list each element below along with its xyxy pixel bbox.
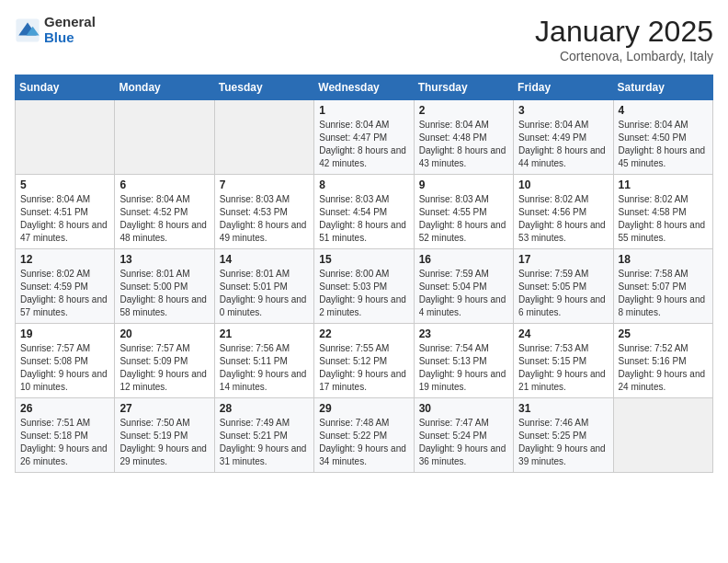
- calendar-day-cell: 13Sunrise: 8:01 AM Sunset: 5:00 PM Dayli…: [115, 249, 214, 324]
- calendar-day-cell: 4Sunrise: 8:04 AM Sunset: 4:50 PM Daylig…: [613, 100, 712, 175]
- day-info: Sunrise: 8:02 AM Sunset: 4:58 PM Dayligh…: [619, 193, 708, 245]
- calendar-day-cell: 15Sunrise: 8:00 AM Sunset: 5:03 PM Dayli…: [314, 249, 414, 324]
- logo-blue-text: Blue: [44, 30, 96, 46]
- calendar-day-cell: 2Sunrise: 8:04 AM Sunset: 4:48 PM Daylig…: [414, 100, 513, 175]
- day-number: 14: [220, 253, 309, 266]
- logo-icon: [15, 17, 40, 43]
- logo-general-text: General: [44, 15, 96, 30]
- calendar-day-cell: 7Sunrise: 8:03 AM Sunset: 4:53 PM Daylig…: [214, 175, 313, 249]
- day-info: Sunrise: 7:54 AM Sunset: 5:13 PM Dayligh…: [419, 342, 508, 394]
- calendar-header: SundayMondayTuesdayWednesdayThursdayFrid…: [16, 75, 713, 100]
- day-number: 17: [518, 253, 608, 266]
- day-number: 13: [119, 253, 209, 266]
- calendar-week-row: 1Sunrise: 8:04 AM Sunset: 4:47 PM Daylig…: [16, 100, 713, 175]
- calendar-day-cell: 14Sunrise: 8:01 AM Sunset: 5:01 PM Dayli…: [214, 249, 313, 324]
- day-info: Sunrise: 8:01 AM Sunset: 5:01 PM Dayligh…: [220, 268, 309, 319]
- day-number: 5: [20, 178, 109, 191]
- day-info: Sunrise: 8:02 AM Sunset: 4:59 PM Dayligh…: [20, 268, 109, 319]
- calendar-day-cell: 20Sunrise: 7:57 AM Sunset: 5:09 PM Dayli…: [115, 324, 214, 398]
- calendar-day-cell: 3Sunrise: 8:04 AM Sunset: 4:49 PM Daylig…: [514, 100, 613, 175]
- day-info: Sunrise: 7:50 AM Sunset: 5:19 PM Dayligh…: [119, 417, 209, 468]
- day-number: 10: [518, 178, 608, 191]
- calendar-day-cell: 11Sunrise: 8:02 AM Sunset: 4:58 PM Dayli…: [613, 175, 712, 249]
- day-number: 7: [220, 178, 309, 191]
- day-number: 12: [20, 253, 109, 266]
- day-info: Sunrise: 7:57 AM Sunset: 5:08 PM Dayligh…: [20, 342, 109, 394]
- month-title: January 2025: [535, 15, 713, 49]
- day-number: 24: [518, 327, 608, 340]
- calendar-day-cell: 23Sunrise: 7:54 AM Sunset: 5:13 PM Dayli…: [414, 324, 513, 398]
- day-info: Sunrise: 8:04 AM Sunset: 4:51 PM Dayligh…: [20, 193, 109, 245]
- day-info: Sunrise: 8:01 AM Sunset: 5:00 PM Dayligh…: [119, 268, 209, 319]
- day-number: 15: [319, 253, 408, 266]
- calendar-day-cell: 9Sunrise: 8:03 AM Sunset: 4:55 PM Daylig…: [414, 175, 513, 249]
- weekday-header: Thursday: [414, 75, 513, 100]
- day-info: Sunrise: 7:58 AM Sunset: 5:07 PM Dayligh…: [619, 268, 708, 319]
- day-info: Sunrise: 7:51 AM Sunset: 5:18 PM Dayligh…: [20, 417, 109, 468]
- day-info: Sunrise: 8:04 AM Sunset: 4:48 PM Dayligh…: [419, 119, 508, 170]
- weekday-header: Wednesday: [314, 75, 414, 100]
- weekday-header: Friday: [514, 75, 613, 100]
- calendar-day-cell: 8Sunrise: 8:03 AM Sunset: 4:54 PM Daylig…: [314, 175, 414, 249]
- page-header: General Blue January 2025 Cortenova, Lom…: [15, 15, 713, 63]
- calendar-body: 1Sunrise: 8:04 AM Sunset: 4:47 PM Daylig…: [16, 100, 713, 473]
- day-number: 4: [619, 104, 708, 117]
- calendar-day-cell: [115, 100, 214, 175]
- day-info: Sunrise: 8:03 AM Sunset: 4:55 PM Dayligh…: [419, 193, 508, 245]
- day-number: 8: [319, 178, 408, 191]
- day-number: 29: [319, 402, 408, 415]
- day-number: 26: [20, 402, 109, 415]
- calendar-day-cell: 6Sunrise: 8:04 AM Sunset: 4:52 PM Daylig…: [115, 175, 214, 249]
- calendar-day-cell: [214, 100, 313, 175]
- calendar-week-row: 12Sunrise: 8:02 AM Sunset: 4:59 PM Dayli…: [16, 249, 713, 324]
- day-number: 9: [419, 178, 508, 191]
- day-info: Sunrise: 8:03 AM Sunset: 4:53 PM Dayligh…: [220, 193, 309, 245]
- day-info: Sunrise: 7:56 AM Sunset: 5:11 PM Dayligh…: [220, 342, 309, 394]
- calendar-day-cell: 5Sunrise: 8:04 AM Sunset: 4:51 PM Daylig…: [16, 175, 115, 249]
- calendar-day-cell: 17Sunrise: 7:59 AM Sunset: 5:05 PM Dayli…: [514, 249, 613, 324]
- title-block: January 2025 Cortenova, Lombardy, Italy: [535, 15, 713, 63]
- day-info: Sunrise: 7:49 AM Sunset: 5:21 PM Dayligh…: [220, 417, 309, 468]
- calendar-table: SundayMondayTuesdayWednesdayThursdayFrid…: [15, 75, 713, 473]
- day-number: 19: [20, 327, 109, 340]
- calendar-day-cell: 22Sunrise: 7:55 AM Sunset: 5:12 PM Dayli…: [314, 324, 414, 398]
- day-info: Sunrise: 7:55 AM Sunset: 5:12 PM Dayligh…: [319, 342, 408, 394]
- day-info: Sunrise: 8:04 AM Sunset: 4:49 PM Dayligh…: [518, 119, 608, 170]
- day-info: Sunrise: 8:03 AM Sunset: 4:54 PM Dayligh…: [319, 193, 408, 245]
- calendar-day-cell: 31Sunrise: 7:46 AM Sunset: 5:25 PM Dayli…: [514, 398, 613, 473]
- day-number: 3: [518, 104, 608, 117]
- day-info: Sunrise: 8:04 AM Sunset: 4:52 PM Dayligh…: [119, 193, 209, 245]
- weekday-header: Sunday: [16, 75, 115, 100]
- calendar-day-cell: 30Sunrise: 7:47 AM Sunset: 5:24 PM Dayli…: [414, 398, 513, 473]
- calendar-day-cell: 26Sunrise: 7:51 AM Sunset: 5:18 PM Dayli…: [16, 398, 115, 473]
- day-number: 30: [419, 402, 508, 415]
- weekday-row: SundayMondayTuesdayWednesdayThursdayFrid…: [16, 75, 713, 100]
- day-info: Sunrise: 8:02 AM Sunset: 4:56 PM Dayligh…: [518, 193, 608, 245]
- logo: General Blue: [15, 15, 96, 45]
- calendar-day-cell: 21Sunrise: 7:56 AM Sunset: 5:11 PM Dayli…: [214, 324, 313, 398]
- day-number: 1: [319, 104, 408, 117]
- day-number: 18: [619, 253, 708, 266]
- calendar-day-cell: 16Sunrise: 7:59 AM Sunset: 5:04 PM Dayli…: [414, 249, 513, 324]
- day-number: 23: [419, 327, 508, 340]
- day-info: Sunrise: 7:46 AM Sunset: 5:25 PM Dayligh…: [518, 417, 608, 468]
- calendar-week-row: 19Sunrise: 7:57 AM Sunset: 5:08 PM Dayli…: [16, 324, 713, 398]
- day-number: 20: [119, 327, 209, 340]
- weekday-header: Monday: [115, 75, 214, 100]
- calendar-day-cell: 25Sunrise: 7:52 AM Sunset: 5:16 PM Dayli…: [613, 324, 712, 398]
- day-info: Sunrise: 7:48 AM Sunset: 5:22 PM Dayligh…: [319, 417, 408, 468]
- day-number: 11: [619, 178, 708, 191]
- day-info: Sunrise: 8:00 AM Sunset: 5:03 PM Dayligh…: [319, 268, 408, 319]
- calendar-day-cell: 29Sunrise: 7:48 AM Sunset: 5:22 PM Dayli…: [314, 398, 414, 473]
- calendar-day-cell: 28Sunrise: 7:49 AM Sunset: 5:21 PM Dayli…: [214, 398, 313, 473]
- weekday-header: Tuesday: [214, 75, 313, 100]
- calendar-day-cell: 19Sunrise: 7:57 AM Sunset: 5:08 PM Dayli…: [16, 324, 115, 398]
- calendar-day-cell: 12Sunrise: 8:02 AM Sunset: 4:59 PM Dayli…: [16, 249, 115, 324]
- calendar-day-cell: 18Sunrise: 7:58 AM Sunset: 5:07 PM Dayli…: [613, 249, 712, 324]
- day-number: 16: [419, 253, 508, 266]
- logo-text: General Blue: [44, 15, 96, 45]
- day-number: 25: [619, 327, 708, 340]
- calendar-day-cell: [16, 100, 115, 175]
- day-number: 2: [419, 104, 508, 117]
- day-info: Sunrise: 7:59 AM Sunset: 5:05 PM Dayligh…: [518, 268, 608, 319]
